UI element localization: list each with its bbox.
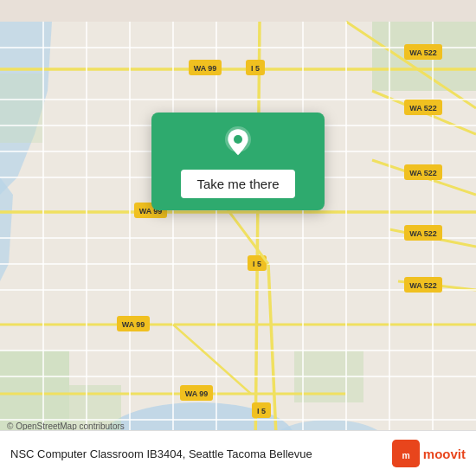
svg-text:WA 522: WA 522 [409, 104, 437, 113]
moovit-logo: m moovit [392, 440, 466, 467]
svg-point-68 [234, 135, 242, 144]
map-container: WA 99 WA 99 WA 99 WA 99 I 5 I 5 I 5 WA 5… [0, 0, 476, 476]
svg-text:m: m [402, 451, 409, 460]
svg-text:I 5: I 5 [253, 260, 261, 268]
svg-text:WA 522: WA 522 [409, 281, 437, 290]
svg-text:WA 99: WA 99 [185, 389, 209, 398]
moovit-logo-text: moovit [423, 447, 466, 461]
svg-rect-7 [0, 74, 43, 143]
map-card: Take me there [151, 113, 325, 210]
location-label: NSC Computer Classroom IB3404, Seattle T… [10, 447, 392, 460]
map-background: WA 99 WA 99 WA 99 WA 99 I 5 I 5 I 5 WA 5… [0, 0, 476, 476]
svg-text:WA 522: WA 522 [409, 229, 437, 238]
moovit-logo-icon: m [392, 440, 420, 467]
svg-text:I 5: I 5 [257, 407, 266, 415]
info-bar: NSC Computer Classroom IB3404, Seattle T… [0, 430, 476, 476]
svg-text:WA 522: WA 522 [409, 48, 437, 57]
svg-text:I 5: I 5 [251, 64, 260, 73]
svg-text:WA 522: WA 522 [409, 169, 437, 177]
svg-text:WA 99: WA 99 [194, 64, 217, 73]
location-pin-icon [221, 126, 255, 161]
take-me-there-button[interactable]: Take me there [181, 170, 294, 198]
svg-text:WA 99: WA 99 [122, 320, 145, 329]
